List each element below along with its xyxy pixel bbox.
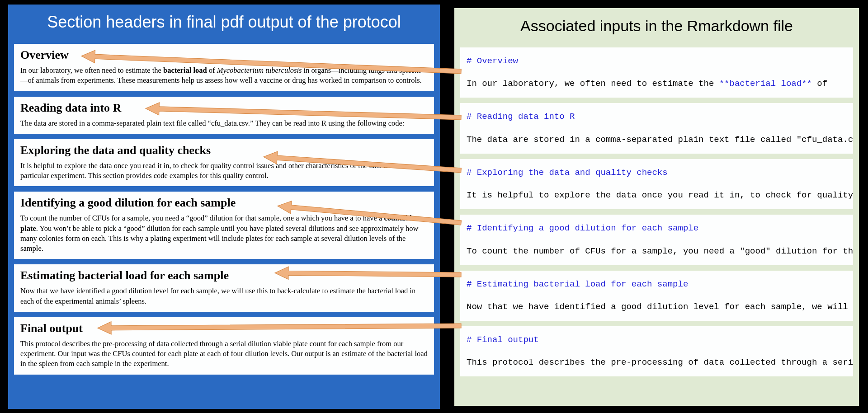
pdf-section-heading: Exploring the data and quality checks <box>20 144 428 157</box>
markdown-header-token: # Final output <box>467 335 539 345</box>
pdf-section-card: Estimating bacterial load for each sampl… <box>14 264 434 312</box>
rmarkdown-body-line: In our laboratory, we often need to esti… <box>467 75 847 92</box>
code-body-text: This protocol describes the pre-processi… <box>467 357 853 367</box>
pdf-section-heading: Identifying a good dilution for each sam… <box>20 196 428 210</box>
pdf-section-heading: Final output <box>20 322 428 335</box>
code-body-text: In our laboratory, we often need to esti… <box>467 79 719 89</box>
code-blank-line <box>467 348 847 354</box>
pdf-section-card: Exploring the data and quality checksIt … <box>14 139 434 187</box>
markdown-bold-token: **bacterial load** <box>719 79 812 89</box>
code-body-text: Now that we have identified a good dilut… <box>467 302 848 312</box>
code-blank-line <box>467 237 847 243</box>
rmarkdown-code-block: # Final output This protocol describes t… <box>460 326 853 376</box>
code-blank-line <box>467 181 847 187</box>
code-body-text: The data are stored in a comma-separated… <box>467 135 853 145</box>
rmarkdown-header-line: # Exploring the data and quality checks <box>467 164 847 181</box>
rmarkdown-header-line: # Identifying a good dilution for each s… <box>467 220 847 237</box>
rmarkdown-input-title: Associated inputs in the Rmarkdown file <box>520 17 793 35</box>
pdf-output-title: Section headers in final pdf output of t… <box>47 13 401 32</box>
pdf-section-heading: Overview <box>20 48 428 62</box>
code-body-text: To count the number of CFUs for a sample… <box>467 246 853 256</box>
pdf-section-body: It is helpful to explore the data once y… <box>20 161 428 181</box>
pdf-section-heading: Estimating bacterial load for each sampl… <box>20 269 428 282</box>
pdf-section-body: In our laboratory, we often need to esti… <box>20 66 428 86</box>
rmarkdown-input-title-bar: Associated inputs in the Rmarkdown file <box>456 9 858 42</box>
code-blank-line <box>467 125 847 131</box>
rmarkdown-code-block: # Overview In our laboratory, we often n… <box>460 47 853 98</box>
rmarkdown-code-block: # Identifying a good dilution for each s… <box>460 215 853 265</box>
pdf-section-heading: Reading data into R <box>20 101 428 115</box>
rmarkdown-body-line: This protocol describes the pre-processi… <box>467 354 847 371</box>
rmarkdown-body-line: To count the number of CFUs for a sample… <box>467 243 847 260</box>
rmarkdown-header-line: # Reading data into R <box>467 108 847 125</box>
markdown-header-token: # Overview <box>467 56 518 66</box>
pdf-section-card: Final outputThis protocol describes the … <box>14 317 434 375</box>
rmarkdown-header-line: # Estimating bacterial load for each sam… <box>467 276 847 293</box>
rmarkdown-body-line: It is helpful to explore the data once y… <box>467 187 847 204</box>
pdf-section-body: This protocol describes the pre-processi… <box>20 339 428 369</box>
pdf-section-card: Reading data into RThe data are stored i… <box>14 97 434 134</box>
pdf-output-title-bar: Section headers in final pdf output of t… <box>9 6 439 38</box>
markdown-header-token: # Exploring the data and quality checks <box>467 168 668 178</box>
markdown-header-token: # Reading data into R <box>467 112 575 122</box>
markdown-header-token: # Estimating bacterial load for each sam… <box>467 279 688 289</box>
code-blank-line <box>467 293 847 299</box>
pdf-section-body: The data are stored in a comma-separated… <box>20 118 428 128</box>
pdf-output-panel: Section headers in final pdf output of t… <box>8 5 440 409</box>
rmarkdown-code-block: # Estimating bacterial load for each sam… <box>460 271 853 321</box>
rmarkdown-header-line: # Final output <box>467 332 847 348</box>
rmarkdown-header-line: # Overview <box>467 53 847 70</box>
code-blank-line <box>467 70 847 75</box>
code-body-text: It is helpful to explore the data once y… <box>467 190 853 200</box>
pdf-section-body: To count the number of CFUs for a sample… <box>20 213 428 253</box>
pdf-section-card: Identifying a good dilution for each sam… <box>14 192 434 259</box>
code-body-text: of <box>812 79 827 89</box>
markdown-header-token: # Identifying a good dilution for each s… <box>467 223 698 233</box>
pdf-section-card: OverviewIn our laboratory, we often need… <box>14 44 434 91</box>
rmarkdown-code-block: # Reading data into R The data are store… <box>460 103 853 153</box>
rmarkdown-body-line: Now that we have identified a good dilut… <box>467 299 847 315</box>
pdf-section-body: Now that we have identified a good dilut… <box>20 286 428 306</box>
rmarkdown-body-line: The data are stored in a comma-separated… <box>467 131 847 148</box>
rmarkdown-code-block: # Exploring the data and quality checks … <box>460 159 853 209</box>
rmarkdown-input-panel: Associated inputs in the Rmarkdown file … <box>454 8 859 406</box>
